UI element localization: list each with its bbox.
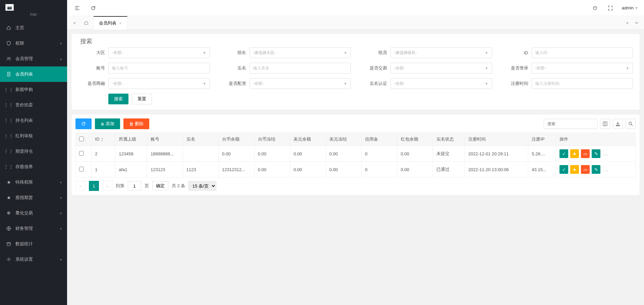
account-input[interactable] <box>108 63 210 73</box>
chevron-down-icon: ▼ <box>485 51 488 55</box>
snow-icon: ❄ <box>6 210 11 216</box>
delete-button[interactable]: 🗑 删除 <box>123 118 149 129</box>
page-confirm-button[interactable]: 确定 <box>152 181 168 191</box>
svg-rect-9 <box>603 122 607 126</box>
region-label: 大区 <box>78 50 105 56</box>
page-input[interactable] <box>128 181 141 191</box>
leader-select[interactable]: -请选择大区-▼ <box>250 47 351 58</box>
margin-select[interactable]: -全部-▼ <box>108 78 210 89</box>
regtime-input[interactable] <box>532 78 633 89</box>
home-icon <box>6 25 11 31</box>
tabs-menu-button[interactable] <box>632 18 641 28</box>
search-field-margin: 是否两融-全部-▼ <box>78 78 210 89</box>
allocation-label: 是否配资 <box>219 81 246 87</box>
search-button[interactable]: 搜索 <box>108 94 128 104</box>
sidebar-item-0[interactable]: 主页 <box>0 20 67 36</box>
select-all-checkbox[interactable] <box>79 137 84 141</box>
sidebar-item-5[interactable]: ⋮⋮竞价拍卖 <box>0 97 67 113</box>
row-checkbox[interactable] <box>79 167 84 171</box>
sidebar-item-4[interactable]: ⋮⋮新股申购 <box>0 82 67 97</box>
page-1-button[interactable]: 1 <box>89 181 99 191</box>
search-field-verified: 实名认证-全部-▼ <box>360 78 492 89</box>
id-input[interactable] <box>532 47 633 58</box>
chevron-down-icon: ▼ <box>485 66 488 70</box>
theme-icon[interactable] <box>591 4 599 12</box>
wallet-button[interactable]: ▭ <box>581 149 590 158</box>
page-next-button[interactable]: › <box>102 181 112 191</box>
chevron-down-icon: ▾ <box>60 42 62 45</box>
sidebar-item-11[interactable]: ★股指期货▾ <box>0 190 67 205</box>
allocation-select[interactable]: -全部-▼ <box>250 78 351 89</box>
sidebar-item-1[interactable]: 权限▾ <box>0 36 67 51</box>
cell-twd-frozen: 0.00 <box>254 146 290 162</box>
sidebar-item-7[interactable]: ⋮⋮红利审核 <box>0 128 67 144</box>
chevron-down-icon: ▼ <box>485 82 488 86</box>
sidebar-item-label: 系统设置 <box>15 256 33 262</box>
search-field-traded: 是否交易-全部-▼ <box>360 63 492 73</box>
reset-button[interactable]: 重置 <box>132 94 152 104</box>
star-button[interactable]: ★ <box>570 165 579 174</box>
search-field-logged: 是否登录-全部-▼ <box>501 63 633 73</box>
sidebar-item-label: 特殊权限 <box>15 179 33 185</box>
member-select[interactable]: -请选择组长-▼ <box>390 47 492 58</box>
region-select[interactable]: -全部-▼ <box>108 47 210 58</box>
verified-select[interactable]: -全部-▼ <box>390 78 492 89</box>
col-usd-frozen: 美元冻结 <box>326 133 362 146</box>
sidebar-item-14[interactable]: 数据统计 <box>0 236 67 252</box>
export-icon[interactable] <box>613 119 623 129</box>
search-title: 搜索 <box>78 37 633 45</box>
refresh-button[interactable] <box>75 118 92 129</box>
search-icon[interactable] <box>626 119 636 129</box>
per-page-select[interactable]: 15 条/页 <box>189 181 216 191</box>
sidebar-item-label: 竞价拍卖 <box>15 102 33 108</box>
sidebar-item-15[interactable]: 系统设置▾ <box>0 252 67 267</box>
refresh-icon[interactable] <box>89 4 97 12</box>
sidebar-item-2[interactable]: 会员管理▴ <box>0 51 67 66</box>
tab-member-list[interactable]: 会员列表 × <box>94 16 127 30</box>
more-button[interactable]: … <box>602 167 609 172</box>
sidebar-item-12[interactable]: ❄量化交易▾ <box>0 205 67 221</box>
dots-icon: ⋮⋮ <box>6 133 11 139</box>
sidebar-item-6[interactable]: ⋮⋮持仓列表 <box>0 113 67 128</box>
sidebar-item-10[interactable]: ★特殊权限▾ <box>0 174 67 190</box>
page-prev-button[interactable]: ‹ <box>75 181 86 191</box>
traded-select[interactable]: -全部-▼ <box>390 63 492 73</box>
edit-button[interactable]: ✎ <box>592 165 600 174</box>
approve-button[interactable]: ✓ <box>559 149 568 158</box>
more-button[interactable]: … <box>602 151 609 156</box>
col-parent: 所属上级 <box>115 133 147 146</box>
tabs-prev-button[interactable]: « <box>70 18 79 28</box>
close-icon[interactable]: × <box>119 20 122 26</box>
sidebar-item-3[interactable]: 会员列表 <box>0 66 67 82</box>
add-button[interactable]: ⊕ 添加 <box>95 118 120 129</box>
logged-select[interactable]: -全部-▼ <box>532 63 633 73</box>
realname-input[interactable] <box>250 63 351 73</box>
sort-icon[interactable]: ▲▼ <box>101 137 103 142</box>
tabs-next-button[interactable]: » <box>623 18 632 28</box>
trash-icon: 🗑 <box>129 121 133 126</box>
col-credit: 信用金 <box>362 133 397 146</box>
approve-button[interactable]: ✓ <box>559 165 568 174</box>
sidebar-item-13[interactable]: 财务管理▾ <box>0 221 67 236</box>
sidebar-item-label: 新股申购 <box>15 87 33 93</box>
member-label: 组员 <box>360 50 387 56</box>
sidebar-item-9[interactable]: ⋮⋮存股借券 <box>0 159 67 174</box>
leader-label: 组长 <box>219 50 246 56</box>
table-search-input[interactable] <box>544 119 597 129</box>
wallet-button[interactable]: ▭ <box>581 165 590 174</box>
fullscreen-icon[interactable] <box>606 4 614 12</box>
edit-button[interactable]: ✎ <box>592 149 600 158</box>
user-menu[interactable]: admin ▼ <box>622 5 638 10</box>
account-label: 账号 <box>78 65 105 71</box>
collapse-sidebar-icon[interactable] <box>73 4 81 12</box>
calendar-icon <box>6 241 11 247</box>
cell-reg-ip: 43.15... <box>528 162 556 177</box>
cell-usd-balance: 0.00 <box>290 162 326 177</box>
columns-icon[interactable] <box>600 119 610 129</box>
star-button[interactable]: ★ <box>570 149 579 158</box>
sidebar-item-8[interactable]: ⋮⋮期货持仓 <box>0 144 67 159</box>
row-checkbox[interactable] <box>79 151 84 156</box>
cell-reg-time: 2022-11-20 13:00:06 <box>465 162 528 177</box>
tab-home[interactable] <box>79 16 94 30</box>
chevron-down-icon: ▼ <box>626 66 629 70</box>
